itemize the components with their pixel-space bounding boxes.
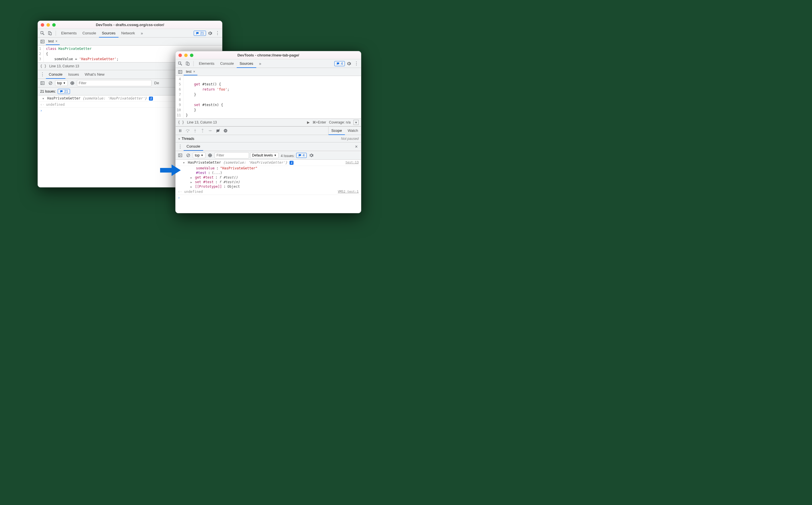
drawer-tab-issues[interactable]: Issues xyxy=(66,70,82,79)
close-tab-icon[interactable]: × xyxy=(193,70,195,74)
collapse-icon[interactable]: ▼ xyxy=(353,120,359,125)
sidebar-toggle-icon[interactable] xyxy=(39,80,46,87)
pause-icon[interactable] xyxy=(177,127,184,134)
separator xyxy=(193,61,194,66)
drawer-tab-what-s-new[interactable]: What's New xyxy=(82,70,107,79)
file-tab-test[interactable]: test × xyxy=(184,68,198,75)
issues-badge-inline[interactable]: 21 xyxy=(58,89,70,94)
more-tabs-icon[interactable]: » xyxy=(257,60,264,67)
close-tab-icon[interactable]: × xyxy=(55,39,57,43)
expand-toggle-icon[interactable] xyxy=(183,161,186,165)
panel-tab-elements[interactable]: Elements xyxy=(58,29,80,37)
panel-tab-sources[interactable]: Sources xyxy=(237,59,256,68)
step-into-icon[interactable] xyxy=(192,127,199,134)
drawer-kebab-icon[interactable]: ⋮ xyxy=(39,71,46,78)
levels-selector[interactable]: Default levels ▼ xyxy=(250,153,278,158)
inspect-icon[interactable] xyxy=(39,30,46,37)
context-selector[interactable]: top ▼ xyxy=(193,153,206,158)
settings-icon[interactable] xyxy=(345,60,352,67)
source-link[interactable]: test:13 xyxy=(345,161,359,164)
step-over-icon[interactable] xyxy=(184,127,191,134)
zoom-window-icon[interactable] xyxy=(52,23,56,27)
navigator-toggle-icon[interactable] xyxy=(177,68,184,75)
step-out-icon[interactable] xyxy=(199,127,206,134)
drawer-kebab-icon[interactable]: ⋮ xyxy=(177,143,184,150)
traffic-lights xyxy=(41,23,56,27)
kebab-icon[interactable]: ⋮ xyxy=(214,30,221,37)
filter-input[interactable] xyxy=(77,80,151,86)
settings-icon[interactable] xyxy=(207,30,214,37)
return-value: undefined xyxy=(46,103,65,107)
run-icon[interactable]: ▶ xyxy=(307,120,310,124)
expand-icon[interactable] xyxy=(178,137,182,141)
step-icon[interactable] xyxy=(207,127,214,134)
object-property-row[interactable]: [[Prototype]]: Object xyxy=(176,184,361,189)
info-icon[interactable]: i xyxy=(289,161,294,165)
device-toggle-icon[interactable] xyxy=(184,60,191,67)
sidebar-toggle-icon[interactable] xyxy=(177,152,184,159)
object-property-row[interactable]: get #test: f #test() xyxy=(176,175,361,180)
issues-badge[interactable]: 4 xyxy=(334,61,345,66)
issues-count: 21 xyxy=(200,31,204,35)
code-editor[interactable]: 4567891011 get #test() { return 'foo'; }… xyxy=(176,76,361,118)
live-expression-icon[interactable] xyxy=(207,152,214,159)
close-window-icon[interactable] xyxy=(41,23,44,27)
object-property-row[interactable]: #test: (...) xyxy=(176,171,361,175)
console-prompt[interactable]: › xyxy=(176,195,361,201)
svg-point-17 xyxy=(224,129,227,132)
pretty-print-icon[interactable]: { } xyxy=(178,120,184,124)
debug-tab-watch[interactable]: Watch xyxy=(345,127,361,135)
object-property-row[interactable]: set #test: f #test(n) xyxy=(176,180,361,184)
inspect-icon[interactable] xyxy=(177,60,184,67)
issues-label[interactable]: 4 Issues: 4 xyxy=(281,153,307,158)
live-expression-icon[interactable] xyxy=(69,80,76,87)
run-shortcut: ⌘+Enter xyxy=(313,120,326,124)
filter-input[interactable] xyxy=(215,152,249,159)
console-settings-icon[interactable] xyxy=(308,152,315,159)
panel-tab-console[interactable]: Console xyxy=(217,59,237,68)
levels-selector-cut[interactable]: De xyxy=(154,81,159,85)
panel-tab-console[interactable]: Console xyxy=(80,29,99,37)
clear-console-icon[interactable] xyxy=(47,80,54,87)
expand-icon[interactable] xyxy=(191,180,193,184)
info-icon[interactable]: i xyxy=(149,97,153,101)
main-toolbar: ElementsConsoleSourcesNetwork » 21 ⋮ xyxy=(38,29,222,37)
close-window-icon[interactable] xyxy=(179,53,182,57)
threads-section[interactable]: Threads Not paused xyxy=(176,135,361,142)
source-link[interactable]: VM52 test:1 xyxy=(338,190,359,193)
issues-badge[interactable]: 21 xyxy=(194,31,206,36)
device-toggle-icon[interactable] xyxy=(46,30,53,37)
navigator-toggle-icon[interactable] xyxy=(39,38,46,45)
object-property-row[interactable]: someValue: "HasPrivateGetter" xyxy=(176,166,361,171)
close-drawer-icon[interactable]: × xyxy=(353,143,360,150)
coverage-label[interactable]: Coverage: n/a xyxy=(329,120,351,124)
expand-toggle-icon[interactable] xyxy=(42,96,45,100)
titlebar[interactable]: DevTools - drafts.csswg.org/css-color/ xyxy=(38,21,222,29)
file-tab-test[interactable]: test × xyxy=(46,38,60,45)
pause-exceptions-icon[interactable] xyxy=(222,127,229,134)
kebab-icon[interactable]: ⋮ xyxy=(353,60,360,67)
context-selector[interactable]: top ▼ xyxy=(55,80,68,86)
minimize-window-icon[interactable] xyxy=(46,23,50,27)
zoom-window-icon[interactable] xyxy=(190,53,193,57)
console-object-row[interactable]: HasPrivateGetter {someValue: 'HasPrivate… xyxy=(176,160,361,166)
debug-tab-scope[interactable]: Scope xyxy=(329,127,345,135)
annotation-arrow-icon xyxy=(159,163,182,177)
drawer-tab-console[interactable]: Console xyxy=(46,70,66,79)
expand-icon[interactable] xyxy=(191,185,193,189)
panel-tab-network[interactable]: Network xyxy=(118,29,138,37)
titlebar[interactable]: DevTools - chrome://new-tab-page/ xyxy=(176,51,361,59)
deactivate-breakpoints-icon[interactable] xyxy=(215,127,222,134)
property-value: Object xyxy=(228,185,240,189)
drawer-tab-console[interactable]: Console xyxy=(184,142,203,151)
clear-console-icon[interactable] xyxy=(185,152,192,159)
pretty-print-icon[interactable]: { } xyxy=(40,64,46,68)
minimize-window-icon[interactable] xyxy=(184,53,188,57)
console-body: HasPrivateGetter {someValue: 'HasPrivate… xyxy=(176,160,361,201)
more-tabs-icon[interactable]: » xyxy=(138,30,145,37)
expand-icon[interactable] xyxy=(191,175,193,179)
panel-tab-elements[interactable]: Elements xyxy=(196,59,217,68)
code-lines[interactable]: get #test() { return 'foo'; } set #test(… xyxy=(183,76,232,118)
code-lines[interactable]: class HasPrivateGetter{ someValue = 'Has… xyxy=(43,45,121,62)
panel-tab-sources[interactable]: Sources xyxy=(99,29,118,37)
